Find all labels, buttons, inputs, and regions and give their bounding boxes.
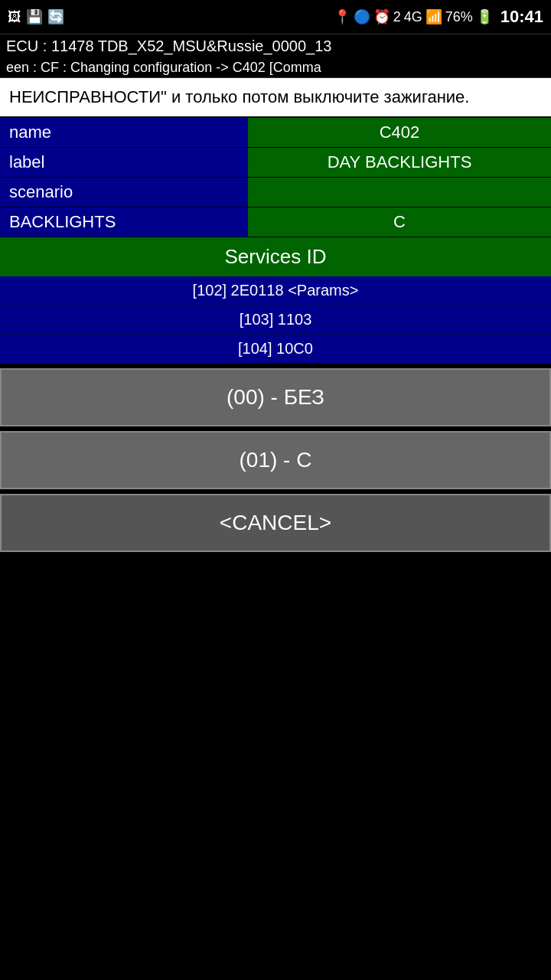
property-value-1: DAY BACKLIGHTS [248,147,551,177]
status-bar: 🖼 💾 🔄 📍 🔵 ⏰ 2 4G 📶 76% 🔋 10:41 [0,0,551,34]
service-item-1[interactable]: [103] 1103 [0,305,551,335]
status-icons-left: 🖼 💾 🔄 [8,8,64,25]
sync-icon: 🔄 [47,8,64,25]
options-container: (00) - БЕЗ(01) - С [0,368,551,489]
property-value-0: C402 [248,118,551,148]
bluetooth-icon: 🔵 [354,8,370,25]
alarm-icon: ⏰ [373,8,390,25]
services-list: [102] 2E0118 <Params>[103] 1103[104] 10C… [0,276,551,364]
status-time: 10:41 [500,7,543,27]
property-key-0: name [0,118,248,148]
ecu-header: ECU : 11478 TDB_X52_MSU&Russie_0000_13 [0,34,551,58]
sd-icon: 💾 [26,8,43,25]
signal-bars-icon: 📶 [425,8,442,25]
battery-icon: 🔋 [476,8,493,25]
cancel-button[interactable]: <CANCEL> [0,494,551,552]
battery-text: 76% [445,9,473,25]
buttons-area: (00) - БЕЗ(01) - С <CANCEL> [0,368,551,552]
option-button-1[interactable]: (01) - С [0,431,551,489]
property-value-2 [248,177,551,207]
property-key-2: scenario [0,177,248,207]
property-table: nameC402labelDAY BACKLIGHTSscenarioBACKL… [0,118,551,237]
service-item-0[interactable]: [102] 2E0118 <Params> [0,276,551,305]
property-key-1: label [0,147,248,177]
sim-icon: 2 [393,9,401,25]
services-id-section: Services ID [102] 2E0118 <Params>[103] 1… [0,237,551,364]
network-icon: 4G [404,9,422,25]
image-icon: 🖼 [8,9,21,25]
property-value-3: C [248,207,551,237]
services-id-header: Services ID [0,237,551,276]
option-button-0[interactable]: (00) - БЕЗ [0,368,551,426]
screen-bar: een : CF : Changing configuration -> C40… [0,58,551,78]
service-item-2[interactable]: [104] 10C0 [0,335,551,364]
location-icon: 📍 [334,8,350,25]
property-key-3: BACKLIGHTS [0,207,248,237]
status-icons-right: 📍 🔵 ⏰ 2 4G 📶 76% 🔋 10:41 [334,7,543,27]
warning-box: НЕИСПРАВНОСТИ" и только потом выключите … [0,78,551,118]
